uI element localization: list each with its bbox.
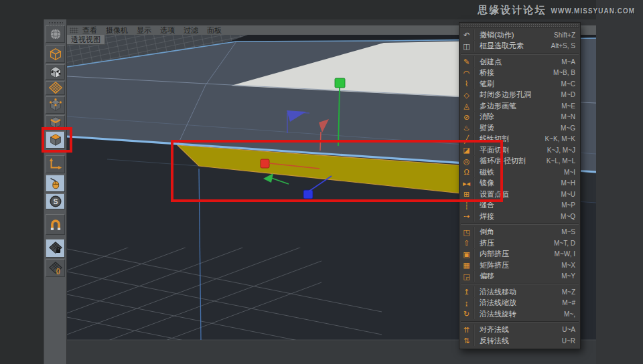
y-axis-handle	[335, 78, 345, 88]
context-menu-item[interactable]: ◎ 循环/路径切割 K~L, M~L	[459, 156, 580, 167]
watermark: 思缘设计论坛WWW.MISSYUAN.COM	[478, 4, 635, 17]
dissolve-icon: ⊘	[459, 112, 474, 122]
context-menu-item[interactable]: ◇ 封闭多边形孔洞 M~D	[459, 90, 580, 101]
context-menu-item[interactable]: ⇈ 对齐法线 U~A	[459, 325, 580, 336]
context-menu-item[interactable]: ⊘ 消除 M~N	[459, 112, 580, 123]
mouse-icon	[48, 176, 63, 191]
polygons-mode-icon	[48, 132, 63, 147]
tool-enable-axis[interactable]	[46, 155, 65, 173]
tool-texture-mode[interactable]	[46, 64, 65, 80]
viewport-menu-item[interactable]: 摄像机	[106, 25, 128, 35]
context-menu-item[interactable]: ╱ 线性切割 K~K, M~K	[459, 134, 580, 145]
rotate-normals-icon: ↻	[459, 308, 474, 319]
move-normals-icon: ↥	[459, 286, 474, 297]
tool-tweak-mode[interactable]	[46, 175, 65, 192]
reverse-normals-icon: ⇅	[459, 335, 474, 346]
context-menu-item[interactable]: ⇧ 挤压 M~T, D	[459, 238, 580, 249]
tool-model-mode[interactable]	[46, 46, 65, 63]
align-workplane-icon: ()	[48, 261, 63, 276]
menu-separator	[461, 223, 579, 225]
x-axis-handle	[261, 159, 269, 168]
context-menu-item[interactable]: ▣ 内部挤压 M~W, I	[459, 249, 580, 260]
magnet-icon: Ω	[459, 167, 474, 177]
svg-text:(): ()	[56, 268, 60, 274]
left-gutter	[0, 0, 43, 364]
menubar-grip-handle[interactable]	[70, 27, 78, 33]
context-menu-item[interactable]: ◬ 多边形画笔 M~E	[459, 100, 580, 112]
plane-cut-icon: ◪	[459, 145, 474, 155]
tool-snap-settings[interactable]: S	[46, 193, 65, 209]
context-menu-item[interactable]: ⊞ 设置点值 M~U	[459, 189, 580, 200]
context-menu-item[interactable]: Ω 磁铁 M~I	[459, 167, 580, 178]
line-cut-icon: ╱	[459, 134, 474, 145]
tool-edges-mode[interactable]	[46, 115, 65, 130]
workplane-mode-icon	[48, 81, 63, 96]
context-menu-item[interactable]: ◪ 平面切割 K~J, M~J	[459, 145, 580, 156]
menu-tearoff-strip[interactable]	[460, 23, 579, 28]
tool-snap-magnet[interactable]	[46, 214, 65, 235]
context-menu-item[interactable]: ⇅ 反转法线 U~R	[459, 335, 580, 347]
context-menu-item[interactable]: ↥ 沿法线移动 M~Z	[459, 286, 580, 298]
undo-icon: ↶	[459, 29, 474, 40]
mirror-icon: ▸◂	[459, 178, 474, 189]
scale-normals-icon: ↨	[459, 298, 474, 308]
viewport-menu-item[interactable]: 查看	[82, 25, 97, 35]
tool-workplane-mode[interactable]	[46, 81, 65, 95]
tool-align-workplane[interactable]: ()	[46, 259, 65, 277]
context-menu-item[interactable]: ♨ 熨烫 M~G	[459, 122, 580, 134]
model-mode-icon	[48, 47, 63, 62]
tool-points-mode[interactable]	[46, 96, 65, 114]
matrix-extrude-icon: ▦	[459, 260, 474, 270]
brush-icon: ⌇	[459, 78, 474, 89]
stitch-sew-icon: ┆	[459, 200, 474, 211]
z-axis-handle	[303, 190, 313, 199]
edges-mode-icon	[48, 115, 63, 130]
context-menu-item[interactable]: ↻ 沿法线旋转 M~,	[459, 308, 580, 320]
iron-icon: ♨	[459, 122, 474, 133]
context-menu-item[interactable]: ◲ 偏移 M~Y	[459, 271, 580, 282]
menu-separator	[461, 54, 579, 55]
loop-path-cut-icon: ◎	[459, 156, 474, 167]
context-menu-item[interactable]: ↨ 沿法线缩放 M~#	[459, 298, 580, 309]
context-menu-item[interactable]: ◳ 倒角 M~S	[459, 227, 580, 238]
menu-separator	[461, 321, 579, 323]
context-menu-item[interactable]: ↶ 撤销(动作) Shift+Z	[459, 29, 580, 41]
viewport-menu-item[interactable]: 过滤	[184, 25, 198, 35]
context-menu-item[interactable]: ┆ 缝合 M~P	[459, 200, 580, 211]
context-menu-item[interactable]: ◠ 桥接 M~B, B	[459, 68, 580, 79]
svg-text:S: S	[53, 197, 58, 205]
align-normals-icon: ⇈	[459, 325, 474, 335]
close-polygon-hole-icon: ◇	[459, 90, 474, 100]
context-menu: ↶ 撤销(动作) Shift+Z ◫ 框显选取元素 Alt+S, S ✎ 创建点…	[459, 22, 581, 349]
texture-mode-icon	[48, 65, 63, 80]
extrude-icon: ⇧	[459, 238, 474, 248]
watermark-site-name: 思缘设计论坛	[478, 4, 547, 15]
create-point-icon: ✎	[459, 56, 474, 67]
enable-axis-icon	[48, 157, 63, 172]
viewport-menu-item[interactable]: 显示	[137, 25, 151, 35]
context-menu-item[interactable]: ⇢ 焊接 M~Q	[459, 211, 580, 222]
polygon-pen-icon: ◬	[459, 100, 474, 111]
context-menu-item[interactable]: ⌇ 笔刷 M~C	[459, 78, 580, 90]
context-menu-item[interactable]: ✎ 创建点 M~A	[459, 56, 580, 68]
context-menu-item[interactable]: ◫ 框显选取元素 Alt+S, S	[459, 41, 580, 52]
extrude-inner-icon: ▣	[459, 249, 474, 260]
tool-lock-workplane[interactable]	[46, 239, 65, 258]
watermark-site-url: WWW.MISSYUAN.COM	[551, 7, 635, 15]
lock-workplane-icon	[48, 241, 63, 256]
viewport-menu-item[interactable]: 选项	[160, 25, 175, 35]
context-menu-item[interactable]: ▦ 矩阵挤压 M~X	[459, 260, 580, 271]
points-mode-icon	[48, 98, 63, 112]
viewport-menu-item[interactable]: 面板	[207, 25, 222, 35]
tool-polygons-mode[interactable]	[46, 131, 65, 149]
make-editable-icon	[48, 27, 63, 41]
mode-toolbar: S ()	[44, 19, 66, 364]
context-menu-item[interactable]: ▸◂ 镜像 M~H	[459, 178, 580, 189]
frame-selected-icon: ◫	[459, 41, 474, 52]
tool-make-editable[interactable]	[46, 25, 65, 43]
snap-settings-icon: S	[48, 194, 63, 209]
smooth-shift-icon: ◲	[459, 271, 474, 282]
viewport-view-label[interactable]: 透视视图	[67, 35, 105, 45]
bridge-icon: ◠	[459, 68, 474, 78]
cinema4d-app: 思缘设计论坛WWW.MISSYUAN.COM	[0, 0, 643, 364]
